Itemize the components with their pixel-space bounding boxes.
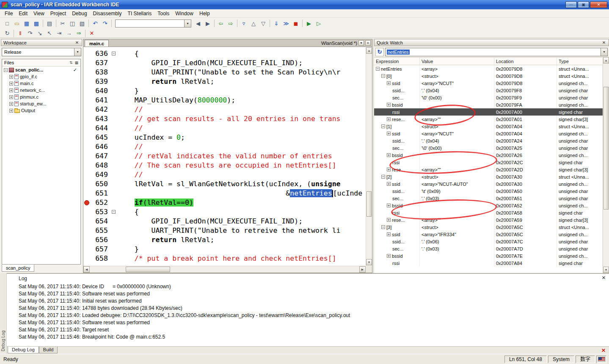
tree-item-startup-ew[interactable]: +startup_ew... bbox=[2, 100, 80, 107]
go-button[interactable]: ⇒ bbox=[74, 29, 83, 38]
function-dropdown-arrow-icon[interactable]: ▼ bbox=[358, 40, 364, 46]
next-statement-button[interactable]: ⇥ bbox=[55, 29, 64, 38]
expand-icon[interactable]: + bbox=[387, 117, 391, 121]
menu-window[interactable]: Window bbox=[172, 10, 196, 17]
tree-item-main-c[interactable]: +main.c bbox=[2, 80, 80, 87]
toolbar-search-combobox[interactable]: ▼ bbox=[115, 19, 191, 28]
code-text[interactable]: GPIO_IF_LedOn(MCU_EXECUTE_FAIL_IND); bbox=[118, 58, 366, 68]
previous-bookmark-button[interactable]: △ bbox=[249, 19, 258, 28]
column-expression[interactable]: Expression bbox=[374, 58, 420, 65]
watch-row-sec[interactable]: sec...'.' (0x03)0x20007A7Dunsigned char bbox=[374, 245, 603, 252]
save-button[interactable]: ▦ bbox=[22, 19, 31, 28]
code-text[interactable]: UART_PRINT("Unable to retreive the netwo… bbox=[118, 226, 366, 235]
watch-row-sec[interactable]: sec...'\0' (0x00)0x20007A25unsigned char bbox=[374, 144, 603, 152]
code-text[interactable]: return lRetVal; bbox=[118, 235, 366, 245]
watch-row-ssid[interactable]: +ssid<array>"NCUT-AUTO"0x20007A30unsigne… bbox=[374, 180, 603, 188]
paste-button[interactable]: ▧ bbox=[77, 19, 87, 28]
watch-row-rese[interactable]: +rese...<array>""0x20007A59signed char[3… bbox=[374, 216, 603, 223]
code-text[interactable]: MAP_UtilsDelay(8000000); bbox=[118, 96, 366, 105]
step-into-button[interactable]: ↘ bbox=[35, 29, 44, 38]
collapse-icon[interactable]: − bbox=[4, 68, 8, 72]
breakpoint-margin[interactable] bbox=[83, 124, 91, 133]
code-text[interactable]: // bbox=[118, 124, 366, 133]
refresh-icon[interactable]: ↻ bbox=[375, 48, 384, 56]
code-text[interactable]: // get scan results - all 20 entries in … bbox=[118, 114, 366, 124]
breakpoint-margin[interactable] bbox=[83, 133, 91, 142]
log-tabs-close-icon[interactable]: ✕ bbox=[601, 347, 606, 353]
watch-row-rssi[interactable]: rssi0x20007A2Csigned char bbox=[374, 159, 603, 166]
function-selector[interactable]: WlanScan(void *) bbox=[321, 41, 357, 46]
tree-item-network-c[interactable]: +network_c... bbox=[2, 87, 80, 94]
menu-file[interactable]: File bbox=[2, 10, 16, 17]
tree-item-scan-polic[interactable]: −scan_polic...✓ bbox=[2, 66, 80, 73]
new-document-button[interactable]: □ bbox=[3, 19, 12, 28]
code-text[interactable]: // bbox=[118, 170, 366, 179]
code-text[interactable]: // bbox=[118, 142, 366, 152]
watch-row-1[interactable]: −[1]<struct>0x20007A04struct <Unna... bbox=[374, 123, 603, 130]
breakpoint-margin[interactable] bbox=[83, 86, 91, 96]
breakpoint-margin[interactable] bbox=[83, 77, 91, 86]
expand-icon[interactable]: + bbox=[387, 168, 391, 171]
watch-row-rssi[interactable]: rssi0x20007A00signed char bbox=[374, 108, 603, 116]
breakpoint-margin[interactable] bbox=[83, 179, 91, 189]
stop-debugging-button[interactable]: ✕ bbox=[87, 29, 96, 38]
scroll-right-icon[interactable]: ▶ bbox=[359, 266, 366, 273]
expand-icon[interactable]: + bbox=[387, 81, 391, 85]
code-text[interactable]: lRetVal = sl_WlanGetNetworkList(ucIndex,… bbox=[118, 179, 366, 189]
find-next-button[interactable]: ▶ bbox=[203, 19, 212, 28]
code-text[interactable]: return lRetVal; bbox=[118, 77, 366, 86]
menu-disassembly[interactable]: Disassembly bbox=[90, 10, 125, 17]
compile-button[interactable]: ≫ bbox=[281, 19, 291, 28]
code-text[interactable]: if(lRetVal==0) bbox=[118, 198, 366, 207]
breakpoint-margin[interactable] bbox=[83, 142, 91, 152]
sort-icon[interactable]: ⇅ bbox=[69, 61, 73, 65]
break-button[interactable]: ‖ bbox=[16, 29, 25, 38]
watch-row-rese[interactable]: +rese...<array>""0x20007A01signed char[3… bbox=[374, 116, 603, 123]
expand-icon[interactable]: + bbox=[387, 204, 391, 207]
debug-without-downloading-button[interactable]: ▷ bbox=[314, 19, 323, 28]
collapse-icon[interactable]: − bbox=[381, 74, 385, 78]
next-bookmark-button[interactable]: ▽ bbox=[259, 19, 268, 28]
breakpoint-icon[interactable] bbox=[84, 200, 89, 205]
log-close-icon[interactable]: ✕ bbox=[602, 275, 606, 281]
watch-row-ssid[interactable]: ssid...'\t' (0x09)0x20007A50unsigned cha… bbox=[374, 188, 603, 195]
watch-row-ssid[interactable]: ssid...'.' (0x04)0x200079F8unsigned char bbox=[374, 87, 603, 94]
watch-row-sec[interactable]: sec...'\0' (0x00)0x200079F9unsigned char bbox=[374, 94, 603, 101]
expand-icon[interactable]: + bbox=[387, 103, 391, 107]
column-type[interactable]: Type bbox=[557, 58, 603, 65]
code-text[interactable]: } bbox=[118, 86, 366, 96]
expand-icon[interactable]: + bbox=[387, 153, 391, 157]
menu-project[interactable]: Project bbox=[47, 10, 69, 17]
scroll-down-icon[interactable]: ▼ bbox=[366, 259, 372, 265]
code-text[interactable]: /* put a break point here and check netE… bbox=[118, 254, 366, 263]
tree-item-gpio-if-c[interactable]: +gpio_if.c bbox=[2, 73, 80, 80]
breakpoint-margin[interactable] bbox=[83, 49, 91, 58]
code-text[interactable]: // bbox=[118, 105, 366, 114]
watch-row-2[interactable]: −[2]<struct>0x20007A30struct <Unna... bbox=[374, 173, 603, 180]
copy-button[interactable]: ◫ bbox=[68, 19, 77, 28]
breakpoint-margin[interactable] bbox=[83, 68, 91, 77]
tab-build[interactable]: Build bbox=[39, 347, 58, 353]
minimize-button[interactable]: — bbox=[565, 1, 577, 8]
watch-row-rese[interactable]: +rese...<array>""0x20007A2Dsigned char[3… bbox=[374, 166, 603, 173]
close-button[interactable]: ✕ bbox=[590, 1, 607, 8]
code-text[interactable]: { bbox=[118, 49, 366, 58]
configuration-dropdown[interactable]: Release ▼ bbox=[2, 48, 81, 56]
scroll-up-icon[interactable]: ▲ bbox=[366, 47, 372, 54]
code-area[interactable]: 636− {637 GPIO_IF_LedOn(MCU_EXECUTE_FAIL… bbox=[83, 47, 366, 265]
run-to-cursor-button[interactable]: → bbox=[64, 29, 74, 38]
watch-row-ssid[interactable]: +ssid<array>"NCUT"0x20007A04unsigned ch.… bbox=[374, 130, 603, 137]
code-text[interactable]: GPIO_IF_LedOn(MCU_EXECUTE_FAIL_IND); bbox=[118, 217, 366, 226]
scroll-up-icon[interactable]: ▲ bbox=[603, 57, 609, 63]
watch-row-netentries[interactable]: −netEntries<array>0x200079D8struct <Unna… bbox=[374, 65, 603, 72]
save-all-button[interactable]: ▩ bbox=[32, 19, 41, 28]
workspace-close-icon[interactable]: ✕ bbox=[74, 40, 80, 45]
open-button[interactable]: ▭ bbox=[12, 19, 22, 28]
watch-row-ssid[interactable]: ssid...'.' (0x04)0x20007A24unsigned char bbox=[374, 137, 603, 144]
dropdown-arrow-icon[interactable]: ▼ bbox=[601, 48, 607, 56]
breakpoint-margin[interactable] bbox=[83, 245, 91, 254]
code-text[interactable]: // The scan results are occupied in netE… bbox=[118, 161, 366, 170]
editor-hscroll-thumb[interactable] bbox=[126, 267, 170, 272]
expand-icon[interactable]: + bbox=[9, 82, 13, 85]
toggle-bookmark-button[interactable]: ▿ bbox=[239, 19, 248, 28]
